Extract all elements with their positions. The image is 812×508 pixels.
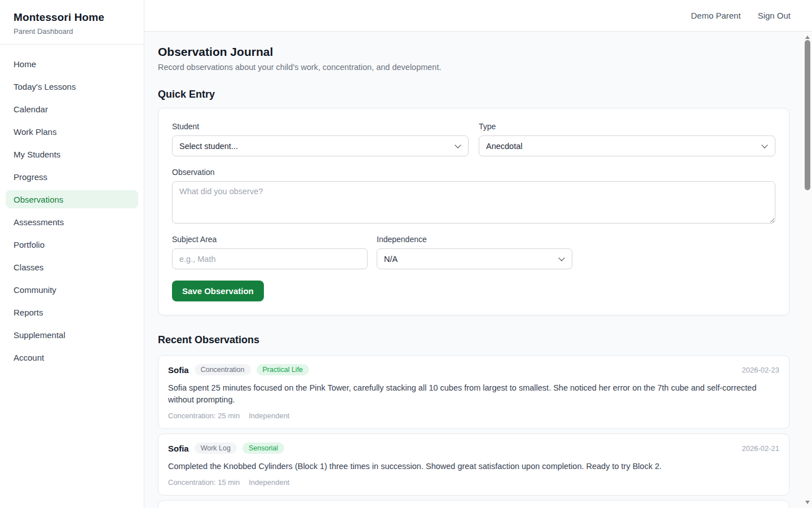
- sidebar-item-community[interactable]: Community: [6, 281, 138, 299]
- observation-meta: Concentration: 25 min Independent: [168, 411, 779, 420]
- type-label: Type: [479, 122, 775, 131]
- quick-entry-heading: Quick Entry: [158, 89, 789, 100]
- observation-card-header: Sofia Concentration Practical Life 2026-…: [168, 364, 779, 375]
- sidebar-item-label: My Students: [14, 150, 60, 159]
- observation-label: Observation: [172, 168, 775, 177]
- sidebar-item-calendar[interactable]: Calendar: [6, 100, 138, 118]
- sidebar-item-label: Account: [14, 353, 44, 362]
- student-select[interactable]: Select student...: [172, 135, 469, 156]
- sidebar-item-label: Classes: [14, 262, 43, 272]
- sidebar-item-account[interactable]: Account: [6, 348, 138, 366]
- sidebar-item-label: Portfolio: [14, 240, 45, 249]
- observation-type-badge: Work Log: [195, 443, 237, 454]
- observation-list: Sofia Concentration Practical Life 2026-…: [158, 355, 789, 496]
- observation-card: Sofia Work Log Sensorial 2026-02-21 Comp…: [158, 433, 789, 496]
- observation-meta: Concentration: 15 min Independent: [168, 478, 779, 487]
- observation-card-header: Sofia Work Log Sensorial 2026-02-21: [168, 443, 779, 454]
- sidebar-item-label: Community: [14, 285, 56, 295]
- sidebar-item-label: Progress: [14, 172, 47, 182]
- independence-field-group: Independence N/A: [377, 235, 572, 269]
- observation-textarea[interactable]: [172, 181, 775, 224]
- sidebar-item-work-plans[interactable]: Work Plans: [6, 122, 138, 141]
- observation-subject-badge: Sensorial: [242, 443, 284, 454]
- app-root: Montessori Home Parent Dashboard Home To…: [0, 0, 812, 508]
- sidebar-item-home[interactable]: Home: [6, 55, 138, 73]
- user-name: Demo Parent: [691, 11, 740, 20]
- page-content: Observation Journal Record observations …: [144, 32, 812, 508]
- sidebar-header: Montessori Home Parent Dashboard: [0, 0, 144, 45]
- sidebar-item-assessments[interactable]: Assessments: [6, 213, 138, 231]
- main-scroll-area: Observation Journal Record observations …: [144, 32, 812, 508]
- sidebar-item-supplemental[interactable]: Supplemental: [6, 326, 138, 344]
- observation-text: Completed the Knobbed Cylinders (Block 1…: [168, 461, 779, 472]
- recent-observations-heading: Recent Observations: [158, 334, 789, 346]
- observation-card-partial: [158, 500, 789, 508]
- observation-text: Sofia spent 25 minutes focused on the Pi…: [168, 382, 779, 406]
- sidebar-item-label: Assessments: [14, 217, 64, 227]
- scrollbar-thumb[interactable]: [805, 40, 810, 190]
- page-subtitle: Record observations about your child's w…: [158, 63, 789, 72]
- sidebar: Montessori Home Parent Dashboard Home To…: [0, 0, 144, 508]
- sidebar-nav: Home Today's Lessons Calendar Work Plans…: [0, 45, 144, 366]
- sign-out-link[interactable]: Sign Out: [758, 11, 791, 20]
- independence-label: Independence: [377, 235, 572, 244]
- scroll-down-icon[interactable]: [805, 501, 810, 504]
- observation-student-name: Sofia: [168, 444, 189, 453]
- sidebar-item-classes[interactable]: Classes: [6, 258, 138, 276]
- observation-date: 2026-02-23: [742, 366, 780, 374]
- sidebar-item-observations[interactable]: Observations: [6, 190, 138, 208]
- sidebar-item-label: Home: [14, 59, 36, 69]
- sidebar-item-label: Work Plans: [14, 127, 56, 137]
- scroll-up-icon[interactable]: [805, 36, 810, 39]
- subject-field-group: Subject Area: [172, 235, 368, 269]
- type-field-group: Type Anecdotal: [479, 122, 775, 156]
- observation-concentration: Concentration: 25 min: [168, 411, 240, 420]
- quick-entry-form: Student Select student... Type: [158, 108, 789, 316]
- sidebar-item-label: Today's Lessons: [14, 82, 76, 91]
- observation-independence: Independent: [249, 411, 289, 420]
- sidebar-item-label: Reports: [14, 308, 43, 317]
- save-observation-button[interactable]: Save Observation: [172, 281, 264, 301]
- observation-student-name: Sofia: [168, 365, 189, 375]
- sidebar-item-label: Observations: [14, 195, 63, 204]
- observation-date: 2026-02-21: [742, 444, 780, 453]
- sidebar-item-today-s-lessons[interactable]: Today's Lessons: [6, 77, 138, 95]
- observation-concentration: Concentration: 15 min: [168, 478, 240, 487]
- observation-independence: Independent: [249, 478, 289, 487]
- sidebar-item-label: Supplemental: [14, 330, 65, 340]
- sidebar-item-portfolio[interactable]: Portfolio: [6, 235, 138, 253]
- vertical-scrollbar[interactable]: [803, 32, 812, 508]
- observation-type-badge: Concentration: [195, 364, 251, 375]
- student-field-group: Student Select student...: [172, 122, 469, 156]
- sidebar-item-reports[interactable]: Reports: [6, 303, 138, 321]
- subject-area-label: Subject Area: [172, 235, 368, 244]
- sidebar-item-label: Calendar: [14, 104, 48, 114]
- page-title: Observation Journal: [158, 45, 789, 59]
- sidebar-item-my-students[interactable]: My Students: [6, 145, 138, 163]
- independence-select[interactable]: N/A: [377, 248, 572, 269]
- type-select[interactable]: Anecdotal: [479, 135, 775, 156]
- observation-field-group: Observation: [172, 168, 775, 224]
- observation-subject-badge: Practical Life: [257, 364, 310, 375]
- sidebar-item-progress[interactable]: Progress: [6, 168, 138, 186]
- app-subtitle: Parent Dashboard: [14, 27, 130, 36]
- app-title: Montessori Home: [14, 11, 130, 24]
- observation-card: Sofia Concentration Practical Life 2026-…: [158, 355, 789, 429]
- subject-area-input[interactable]: [172, 248, 368, 269]
- main-column: Demo Parent Sign Out Observation Journal…: [144, 0, 812, 508]
- top-header: Demo Parent Sign Out: [144, 0, 812, 32]
- student-label: Student: [172, 122, 469, 131]
